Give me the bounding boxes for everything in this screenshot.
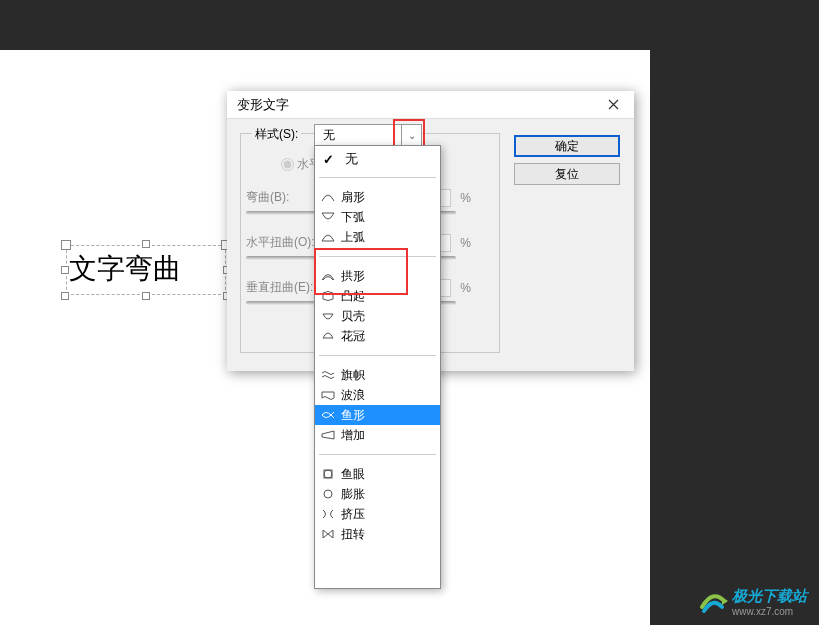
fish-icon (321, 409, 335, 421)
dropdown-item-shell-upper[interactable]: 花冠 (315, 326, 440, 346)
bulge-icon (321, 290, 335, 302)
dropdown-item-label: 上弧 (341, 229, 365, 246)
dropdown-item-label: 增加 (341, 427, 365, 444)
reset-button-label: 复位 (555, 166, 579, 183)
percent-label: % (460, 191, 471, 205)
handle[interactable] (61, 292, 69, 300)
dropdown-item-shell-lower[interactable]: 贝壳 (315, 306, 440, 326)
dropdown-item-wave[interactable]: 波浪 (315, 385, 440, 405)
shell-upper-icon (321, 330, 335, 342)
dropdown-item-label: 鱼形 (341, 407, 365, 424)
dropdown-item-label: 挤压 (341, 506, 365, 523)
squeeze-icon (321, 508, 335, 520)
dropdown-item-fish[interactable]: 鱼形 (315, 405, 440, 425)
watermark-url: www.xz7.com (732, 606, 807, 617)
dropdown-item-rise[interactable]: 增加 (315, 425, 440, 445)
dropdown-group: 旗帜 波浪 鱼形 增加 (315, 361, 440, 449)
dropdown-item-label: 扇形 (341, 189, 365, 206)
svg-point-0 (324, 470, 332, 478)
close-button[interactable] (592, 91, 634, 119)
close-icon (608, 99, 619, 110)
arch-icon (321, 270, 335, 282)
dropdown-item-label: 旗帜 (341, 367, 365, 384)
dropdown-item-none[interactable]: ✓ 无 (315, 146, 440, 172)
watermark-logo-icon (698, 587, 728, 617)
dropdown-item-label: 膨胀 (341, 486, 365, 503)
reset-button[interactable]: 复位 (514, 163, 620, 185)
watermark-title: 极光下载站 (732, 587, 807, 606)
divider (319, 177, 436, 178)
check-icon: ✓ (323, 152, 334, 167)
dropdown-group: 拱形 凸起 贝壳 花冠 (315, 262, 440, 350)
dropdown-item-label: 贝壳 (341, 308, 365, 325)
dropdown-item-arc[interactable]: 扇形 (315, 187, 440, 207)
ok-button-label: 确定 (555, 138, 579, 155)
dropdown-item-label: 波浪 (341, 387, 365, 404)
dropdown-item-flag[interactable]: 旗帜 (315, 365, 440, 385)
radio-input[interactable] (281, 158, 294, 171)
style-label: 样式(S): (252, 126, 301, 143)
handle[interactable] (142, 292, 150, 300)
svg-point-2 (324, 490, 332, 498)
chevron-down-icon[interactable]: ⌄ (401, 125, 421, 145)
dropdown-group: 鱼眼 膨胀 挤压 扭转 (315, 460, 440, 548)
dropdown-item-squeeze[interactable]: 挤压 (315, 504, 440, 524)
dropdown-item-label: 花冠 (341, 328, 365, 345)
arc-icon (321, 191, 335, 203)
fisheye-icon (321, 468, 335, 480)
bend-label: 弯曲(B): (246, 189, 289, 206)
percent-label: % (460, 281, 471, 295)
wave-icon (321, 389, 335, 401)
ok-button[interactable]: 确定 (514, 135, 620, 157)
text-layer-content[interactable]: 文字弯曲 (67, 246, 225, 288)
handle[interactable] (142, 240, 150, 248)
vdist-label: 垂直扭曲(E): (246, 279, 313, 296)
shell-lower-icon (321, 310, 335, 322)
dropdown-item-arch[interactable]: 拱形 (315, 266, 440, 286)
dropdown-item-label: 鱼眼 (341, 466, 365, 483)
dialog-title: 变形文字 (237, 96, 289, 114)
inflate-icon (321, 488, 335, 500)
dropdown-item-label: 下弧 (341, 209, 365, 226)
divider (319, 454, 436, 455)
divider (319, 256, 436, 257)
arc-lower-icon (321, 211, 335, 223)
watermark: 极光下载站 www.xz7.com (698, 587, 807, 617)
dropdown-item-label: 无 (345, 150, 358, 168)
dialog-titlebar[interactable]: 变形文字 (227, 91, 634, 119)
flag-icon (321, 369, 335, 381)
dropdown-item-bulge[interactable]: 凸起 (315, 286, 440, 306)
style-dropdown-value: 无 (323, 127, 335, 144)
dropdown-item-fisheye[interactable]: 鱼眼 (315, 464, 440, 484)
style-dropdown[interactable]: 无 ⌄ (314, 124, 422, 146)
text-layer-bounding-box[interactable]: 文字弯曲 (66, 245, 226, 295)
dropdown-item-label: 凸起 (341, 288, 365, 305)
rise-icon (321, 429, 335, 441)
dropdown-group: 扇形 下弧 上弧 (315, 183, 440, 251)
divider (319, 355, 436, 356)
percent-label: % (460, 236, 471, 250)
dropdown-item-inflate[interactable]: 膨胀 (315, 484, 440, 504)
watermark-text: 极光下载站 www.xz7.com (732, 587, 807, 617)
dropdown-item-label: 拱形 (341, 268, 365, 285)
dropdown-item-twist[interactable]: 扭转 (315, 524, 440, 544)
hdist-label: 水平扭曲(O): (246, 234, 315, 251)
style-dropdown-menu[interactable]: ✓ 无 扇形 下弧 上弧 拱形 凸起 贝壳 (314, 145, 441, 589)
twist-icon (321, 528, 335, 540)
arc-upper-icon (321, 231, 335, 243)
dropdown-item-arc-upper[interactable]: 上弧 (315, 227, 440, 247)
handle[interactable] (61, 266, 69, 274)
dropdown-item-arc-lower[interactable]: 下弧 (315, 207, 440, 227)
svg-marker-3 (722, 597, 728, 605)
app-chrome (0, 0, 819, 8)
dropdown-item-label: 扭转 (341, 526, 365, 543)
